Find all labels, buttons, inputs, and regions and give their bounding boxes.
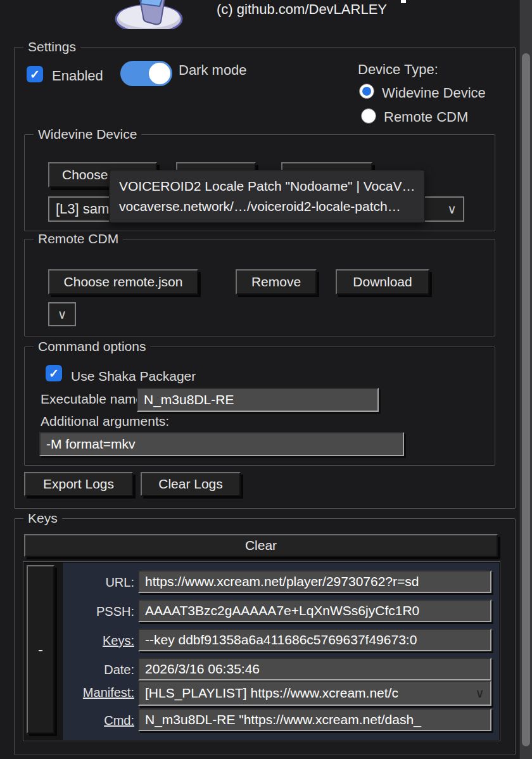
toggle-knob-icon [149, 63, 170, 84]
checkmark-icon: ✓ [49, 367, 59, 380]
app-window: (c) github.com/DevLARLEY Settings ✓ Enab… [0, 0, 532, 759]
url-input[interactable]: https://www.xcream.net/player/29730762?r… [138, 570, 491, 593]
use-shaka-checkbox[interactable]: ✓ [46, 365, 62, 381]
command-options-group-title: Command options [34, 339, 150, 354]
manifest-value: [HLS_PLAYLIST] https://www.xcream.net/c [145, 686, 398, 701]
app-logo [106, 0, 192, 29]
pssh-input[interactable]: AAAAT3Bzc2gAAAAA7e+LqXnWSs6jyCfc1R0 [138, 599, 491, 622]
scrollbar-thumb[interactable] [522, 53, 530, 746]
pssh-label: PSSH: [38, 604, 134, 619]
remote-download-label: Download [353, 274, 412, 290]
key-entry-remove-button[interactable]: - [27, 565, 54, 734]
tooltip-line2: vocaverse.network/…/voiceroid2-locale-pa… [119, 196, 415, 217]
dark-mode-toggle[interactable] [120, 61, 172, 86]
cutoff-artifact [401, 0, 406, 3]
manifest-select[interactable]: [HLS_PLAYLIST] https://www.xcream.net/c … [138, 680, 491, 706]
url-label: URL: [38, 575, 134, 590]
tooltip-line1: VOICEROID2 Locale Patch "Nodoame" | Voca… [119, 176, 415, 196]
chevron-down-icon: ∨ [442, 201, 457, 217]
remote-remove-label: Remove [251, 274, 301, 290]
remote-cdm-select[interactable]: ∨ [48, 302, 76, 326]
remote-cdm-group-title: Remote CDM [34, 231, 123, 246]
chevron-down-icon: ∨ [58, 307, 67, 322]
executable-name-value: N_m3u8DL-RE [144, 392, 234, 407]
export-logs-button[interactable]: Export Logs [24, 472, 133, 496]
widevine-choose-label: Choose [62, 167, 108, 182]
dark-mode-label: Dark mode [179, 62, 247, 79]
date-input[interactable]: 2026/3/16 06:35:46 [138, 658, 491, 680]
keys-value: --key ddbf91358a6a411686c5769637f49673:0 [145, 632, 417, 647]
enabled-checkbox[interactable]: ✓ [27, 66, 43, 82]
remote-remove-button[interactable]: Remove [236, 269, 317, 295]
tooltip: VOICEROID2 Locale Patch "Nodoame" | Voca… [109, 170, 425, 223]
remote-download-button[interactable]: Download [336, 269, 429, 295]
additional-arguments-input[interactable]: -M format=mkv [39, 432, 404, 456]
use-shaka-label: Use Shaka Packager [71, 369, 196, 384]
remote-choose-button[interactable]: Choose remote.json [48, 269, 198, 295]
radio-remote-cdm[interactable] [361, 108, 376, 124]
additional-arguments-label: Additional arguments: [41, 414, 169, 429]
cmd-input[interactable]: N_m3u8DL-RE "https://www.xcream.net/dash… [138, 708, 491, 731]
radio-widevine-device[interactable] [359, 84, 374, 99]
export-logs-label: Export Logs [43, 476, 114, 492]
enabled-label: Enabled [52, 68, 103, 84]
date-value: 2026/3/16 06:35:46 [145, 661, 260, 677]
scrollbar-track[interactable] [519, 0, 532, 759]
url-value: https://www.xcream.net/player/29730762?r… [145, 574, 419, 589]
date-label: Date: [38, 663, 134, 677]
keys-input[interactable]: --key ddbf91358a6a411686c5769637f49673:0 [138, 628, 491, 651]
keys-clear-label: Clear [245, 538, 277, 553]
keys-group-title: Keys [23, 511, 62, 526]
executable-name-input[interactable]: N_m3u8DL-RE [137, 388, 379, 412]
chevron-down-icon: ∨ [471, 686, 484, 701]
radio-remote-cdm-label: Remote CDM [384, 109, 468, 125]
radio-widevine-device-label: Widevine Device [382, 85, 486, 101]
clear-logs-button[interactable]: Clear Logs [141, 472, 241, 496]
executable-name-label: Executable name: [41, 392, 147, 407]
checkmark-icon: ✓ [30, 68, 40, 80]
copyright-text: (c) github.com/DevLARLEY [217, 1, 387, 18]
device-type-label: Device Type: [358, 61, 438, 78]
widevine-device-group-title: Widevine Device [34, 127, 141, 142]
settings-group-title: Settings [23, 39, 80, 54]
pssh-value: AAAAT3Bzc2gAAAAA7e+LqXnWSs6jyCfc1R0 [145, 603, 419, 618]
additional-arguments-value: -M format=mkv [46, 437, 136, 452]
cmd-value: N_m3u8DL-RE "https://www.xcream.net/dash… [145, 712, 421, 727]
keys-clear-button[interactable]: Clear [24, 534, 498, 557]
cmd-link[interactable]: Cmd: [38, 713, 134, 728]
clear-logs-label: Clear Logs [158, 476, 223, 492]
remote-choose-label: Choose remote.json [64, 274, 183, 290]
manifest-link[interactable]: Manifest: [38, 686, 134, 700]
keys-link[interactable]: Keys: [38, 634, 134, 648]
